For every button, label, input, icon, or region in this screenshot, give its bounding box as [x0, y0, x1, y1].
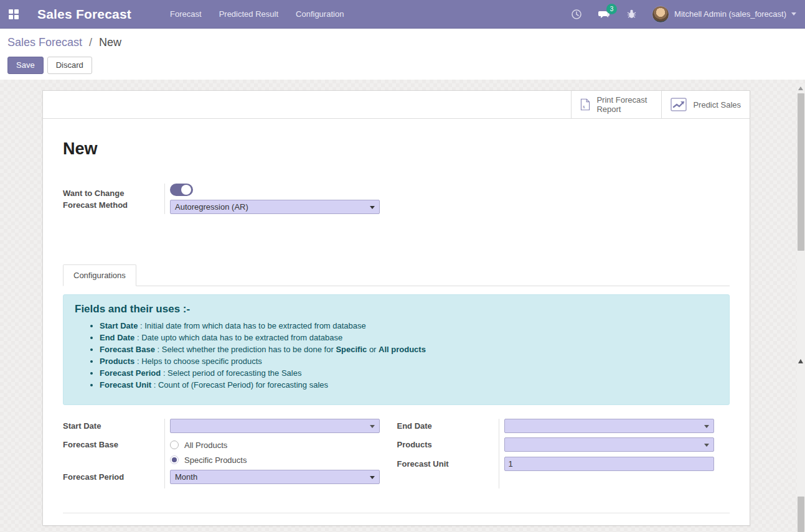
breadcrumb-parent-link[interactable]: Sales Forecast [7, 36, 82, 49]
info-bullet-end-date: End Date : Date upto which data has to b… [100, 333, 718, 342]
start-date-input[interactable] [170, 419, 380, 433]
info-bullet-list: Start Date : Initial date from which dat… [100, 321, 718, 390]
forecast-base-radio-group: All Products Specific Products [170, 437, 397, 470]
nav-menu: Forecast Predicted Result Configuration [170, 1, 344, 27]
scrollbar-thumb[interactable] [798, 93, 804, 251]
form-sheet: x Print Forecast Report Predict Sales Ne… [42, 90, 750, 526]
vertical-scrollbar[interactable] [797, 84, 805, 532]
forecast-period-label: Forecast Period [63, 470, 158, 488]
products-label: Products [397, 437, 492, 457]
breadcrumb-separator: / [89, 36, 92, 49]
record-title: New [63, 139, 730, 159]
control-panel: Sales Forecast / New Save Discard [0, 29, 805, 80]
field-zone: Start Date Forecast Base Forecast Period [63, 419, 730, 488]
user-menu-caret-icon [791, 12, 796, 16]
chart-trend-icon [671, 98, 687, 111]
message-count-badge: 3 [606, 4, 617, 14]
forecast-method-toggle[interactable] [170, 184, 193, 196]
predict-sales-label: Predict Sales [693, 100, 741, 110]
forecast-unit-input[interactable] [504, 457, 714, 471]
messages-icon[interactable]: 3 [597, 7, 611, 21]
date-dropdown-arrow-icon [704, 425, 709, 428]
print-forecast-report-label: Print Forecast Report [596, 95, 652, 114]
forecast-method-group: Want to Change Forecast Method Autoregre… [63, 184, 730, 214]
print-forecast-report-button[interactable]: x Print Forecast Report [571, 91, 661, 118]
info-bullet-forecast-base: Forecast Base : Select whether the predi… [100, 345, 718, 354]
end-date-label: End Date [397, 419, 492, 437]
nav-item-configuration[interactable]: Configuration [296, 1, 344, 27]
predict-sales-button[interactable]: Predict Sales [661, 91, 750, 118]
excel-file-icon: x [580, 96, 590, 113]
scroll-up-arrow-icon[interactable] [798, 359, 803, 363]
content-area: x Print Forecast Report Predict Sales Ne… [0, 80, 805, 532]
scroll-up-arrow-icon[interactable] [798, 86, 803, 90]
info-alert: Fields and their uses :- Start Date : In… [63, 294, 730, 405]
info-title: Fields and their uses :- [75, 303, 718, 315]
apps-menu-icon[interactable] [9, 9, 19, 19]
activities-clock-icon[interactable] [570, 7, 583, 21]
forecast-unit-label: Forecast Unit [397, 457, 492, 475]
user-avatar[interactable] [652, 6, 669, 23]
fields-left-column: Start Date Forecast Base Forecast Period [63, 419, 397, 488]
nav-item-predicted-result[interactable]: Predicted Result [219, 1, 278, 27]
tab-configurations[interactable]: Configurations [63, 264, 136, 286]
nav-item-forecast[interactable]: Forecast [170, 1, 202, 27]
forecast-method-select[interactable]: Autoregression (AR) [170, 200, 380, 214]
end-date-input[interactable] [504, 419, 714, 433]
scrollbar-thumb[interactable] [798, 497, 804, 532]
sheet-header: x Print Forecast Report Predict Sales [43, 91, 750, 119]
svg-text:x: x [583, 104, 585, 110]
products-input[interactable] [504, 437, 714, 452]
date-dropdown-arrow-icon [370, 425, 375, 428]
bottom-divider [63, 513, 730, 513]
user-menu[interactable]: Mitchell Admin (sales_forecast) [652, 6, 796, 23]
start-date-label: Start Date [63, 419, 158, 437]
forecast-method-label: Want to Change Forecast Method [63, 184, 164, 214]
select-arrow-icon [370, 476, 375, 479]
many2many-dropdown-arrow-icon [704, 444, 709, 447]
save-button[interactable]: Save [7, 57, 44, 74]
radio-specific-products-circle[interactable] [170, 455, 179, 464]
radio-all-products-circle[interactable] [170, 441, 179, 449]
notebook-tabs: Configurations [63, 264, 730, 286]
user-name: Mitchell Admin (sales_forecast) [674, 9, 786, 19]
radio-all-products[interactable]: All Products [170, 437, 397, 452]
info-bullet-forecast-unit: Forecast Unit : Count of (Forecast Perio… [100, 380, 718, 390]
info-bullet-forecast-period: Forecast Period : Select period of forec… [100, 368, 718, 378]
fields-right-column: End Date Products Forecast Unit [397, 419, 730, 488]
toggle-knob [181, 185, 191, 195]
info-bullet-products: Products : Helps to choose specific prod… [100, 357, 718, 366]
forecast-period-select[interactable]: Month [170, 470, 380, 484]
debug-bug-icon[interactable] [624, 7, 638, 21]
app-title[interactable]: Sales Forecast [37, 7, 131, 22]
top-navbar: Sales Forecast Forecast Predicted Result… [0, 0, 805, 29]
info-bullet-start-date: Start Date : Initial date from which dat… [100, 321, 718, 330]
forecast-base-label: Forecast Base [63, 437, 158, 470]
breadcrumb-current: New [99, 36, 121, 49]
forecast-method-value: Autoregression (AR) [175, 202, 248, 212]
select-arrow-icon [370, 206, 375, 209]
radio-specific-products[interactable]: Specific Products [170, 452, 397, 467]
discard-button[interactable]: Discard [47, 57, 92, 74]
breadcrumb: Sales Forecast / New [7, 36, 798, 49]
